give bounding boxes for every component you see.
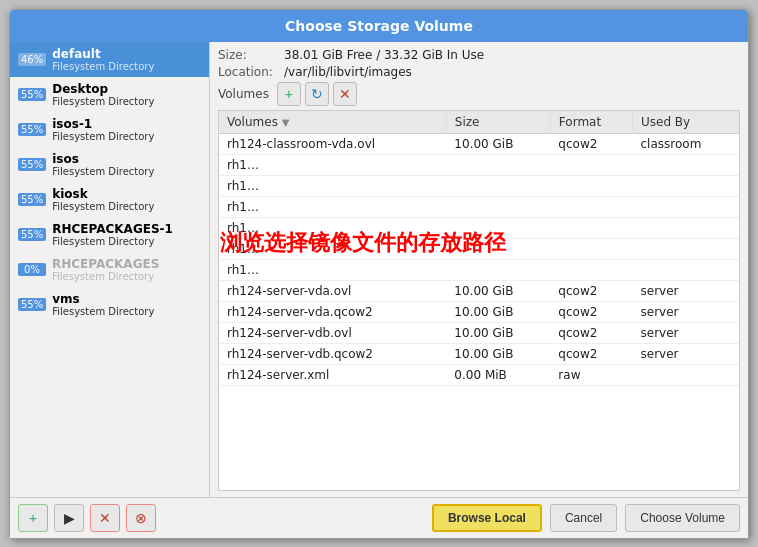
percent-badge: 55% bbox=[18, 88, 46, 101]
cell-name: rh124-classroom-vda.ovl bbox=[219, 133, 446, 154]
cell-used-by: server bbox=[633, 322, 740, 343]
delete-button[interactable]: ✕ bbox=[90, 504, 120, 532]
table-row[interactable]: rh124-server-vda.ovl 10.00 GiB qcow2 ser… bbox=[219, 280, 739, 301]
cell-name: rh124-server-vdb.ovl bbox=[219, 322, 446, 343]
add-volume-button[interactable]: + bbox=[277, 82, 301, 106]
cell-used-by bbox=[633, 154, 740, 175]
choose-storage-dialog: Choose Storage Volume 46% default Filesy… bbox=[9, 9, 749, 539]
item-type: Filesystem Directory bbox=[52, 131, 154, 142]
cell-name: rh1… bbox=[219, 175, 446, 196]
table-row[interactable]: rh1… bbox=[219, 175, 739, 196]
storage-item-default[interactable]: 46% default Filesystem Directory bbox=[10, 42, 209, 77]
cell-size: 10.00 GiB bbox=[446, 322, 550, 343]
cell-size bbox=[446, 238, 550, 259]
cell-format bbox=[550, 175, 632, 196]
table-row[interactable]: rh1… bbox=[219, 217, 739, 238]
cell-format bbox=[550, 196, 632, 217]
cell-used-by: server bbox=[633, 343, 740, 364]
item-name: default bbox=[52, 47, 154, 61]
size-value: 38.01 GiB Free / 33.32 GiB In Use bbox=[284, 48, 484, 62]
storage-item-rhcepackages[interactable]: 0% RHCEPACKAGES Filesystem Directory bbox=[10, 252, 209, 287]
table-row[interactable]: rh1… bbox=[219, 259, 739, 280]
cell-format bbox=[550, 217, 632, 238]
bottom-toolbar: + ▶ ✕ ⊗ Browse Local Cancel Choose Volum… bbox=[10, 497, 748, 538]
table-row[interactable]: rh124-classroom-vda.ovl 10.00 GiB qcow2 … bbox=[219, 133, 739, 154]
percent-badge: 55% bbox=[18, 298, 46, 311]
cell-name: rh124-server-vda.ovl bbox=[219, 280, 446, 301]
volumes-toolbar: Volumes + ↻ ✕ bbox=[218, 82, 740, 106]
cell-name: rh124-server-vda.qcow2 bbox=[219, 301, 446, 322]
table-row[interactable]: rh1… bbox=[219, 238, 739, 259]
cell-format: qcow2 bbox=[550, 343, 632, 364]
cell-name: rh1… bbox=[219, 238, 446, 259]
cell-used-by: server bbox=[633, 301, 740, 322]
volumes-table: Volumes ▼ Size Format Used By rh124-clas… bbox=[219, 111, 739, 386]
cell-used-by bbox=[633, 217, 740, 238]
cell-used-by bbox=[633, 196, 740, 217]
storage-item-isos[interactable]: 55% isos Filesystem Directory bbox=[10, 147, 209, 182]
cell-size bbox=[446, 217, 550, 238]
storage-list: 46% default Filesystem Directory 55% Des… bbox=[10, 42, 210, 497]
item-type: Filesystem Directory bbox=[52, 166, 154, 177]
choose-volume-button[interactable]: Choose Volume bbox=[625, 504, 740, 532]
storage-item-kiosk[interactable]: 55% kiosk Filesystem Directory bbox=[10, 182, 209, 217]
add-storage-button[interactable]: + bbox=[18, 504, 48, 532]
table-header-row: Volumes ▼ Size Format Used By bbox=[219, 111, 739, 134]
item-name: RHCEPACKAGES-1 bbox=[52, 222, 173, 236]
col-format: Format bbox=[550, 111, 632, 134]
percent-badge: 0% bbox=[18, 263, 46, 276]
stop-button[interactable]: ⊗ bbox=[126, 504, 156, 532]
refresh-button[interactable]: ↻ bbox=[305, 82, 329, 106]
cell-used-by bbox=[633, 259, 740, 280]
dialog-body: 46% default Filesystem Directory 55% Des… bbox=[10, 42, 748, 497]
storage-item-desktop[interactable]: 55% Desktop Filesystem Directory bbox=[10, 77, 209, 112]
cell-format: qcow2 bbox=[550, 322, 632, 343]
cell-size: 0.00 MiB bbox=[446, 364, 550, 385]
browse-local-button[interactable]: Browse Local bbox=[432, 504, 542, 532]
table-row[interactable]: rh124-server-vdb.ovl 10.00 GiB qcow2 ser… bbox=[219, 322, 739, 343]
play-button[interactable]: ▶ bbox=[54, 504, 84, 532]
cell-size bbox=[446, 175, 550, 196]
cell-name: rh1… bbox=[219, 196, 446, 217]
cell-used-by bbox=[633, 364, 740, 385]
cell-name: rh124-server.xml bbox=[219, 364, 446, 385]
table-row[interactable]: rh124-server-vdb.qcow2 10.00 GiB qcow2 s… bbox=[219, 343, 739, 364]
cell-size bbox=[446, 154, 550, 175]
percent-badge: 55% bbox=[18, 158, 46, 171]
item-name: isos-1 bbox=[52, 117, 154, 131]
size-info: Size: 38.01 GiB Free / 33.32 GiB In Use bbox=[218, 48, 740, 62]
cell-size: 10.00 GiB bbox=[446, 301, 550, 322]
percent-badge: 55% bbox=[18, 193, 46, 206]
cell-size bbox=[446, 259, 550, 280]
cell-size: 10.00 GiB bbox=[446, 280, 550, 301]
volumes-label: Volumes bbox=[218, 87, 269, 101]
col-used-by: Used By bbox=[633, 111, 740, 134]
cell-format: raw bbox=[550, 364, 632, 385]
storage-item-rhcepackages-1[interactable]: 55% RHCEPACKAGES-1 Filesystem Directory bbox=[10, 217, 209, 252]
cell-used-by bbox=[633, 175, 740, 196]
item-type: Filesystem Directory bbox=[52, 271, 159, 282]
table-row[interactable]: rh1… bbox=[219, 196, 739, 217]
storage-item-vms[interactable]: 55% vms Filesystem Directory bbox=[10, 287, 209, 322]
percent-badge: 55% bbox=[18, 123, 46, 136]
location-value: /var/lib/libvirt/images bbox=[284, 65, 412, 79]
item-name: Desktop bbox=[52, 82, 154, 96]
size-label: Size: bbox=[218, 48, 278, 62]
item-type: Filesystem Directory bbox=[52, 96, 154, 107]
cell-format: qcow2 bbox=[550, 280, 632, 301]
cell-name: rh1… bbox=[219, 217, 446, 238]
table-row[interactable]: rh124-server.xml 0.00 MiB raw bbox=[219, 364, 739, 385]
item-type: Filesystem Directory bbox=[52, 61, 154, 72]
cell-format bbox=[550, 259, 632, 280]
storage-item-isos-1[interactable]: 55% isos-1 Filesystem Directory bbox=[10, 112, 209, 147]
close-toolbar-button[interactable]: ✕ bbox=[333, 82, 357, 106]
cell-used-by: classroom bbox=[633, 133, 740, 154]
table-row[interactable]: rh124-server-vda.qcow2 10.00 GiB qcow2 s… bbox=[219, 301, 739, 322]
item-type: Filesystem Directory bbox=[52, 306, 154, 317]
cell-size: 10.00 GiB bbox=[446, 133, 550, 154]
cell-format bbox=[550, 238, 632, 259]
cancel-button[interactable]: Cancel bbox=[550, 504, 617, 532]
table-row[interactable]: rh1… bbox=[219, 154, 739, 175]
item-name: RHCEPACKAGES bbox=[52, 257, 159, 271]
volumes-table-container: Volumes ▼ Size Format Used By rh124-clas… bbox=[218, 110, 740, 491]
